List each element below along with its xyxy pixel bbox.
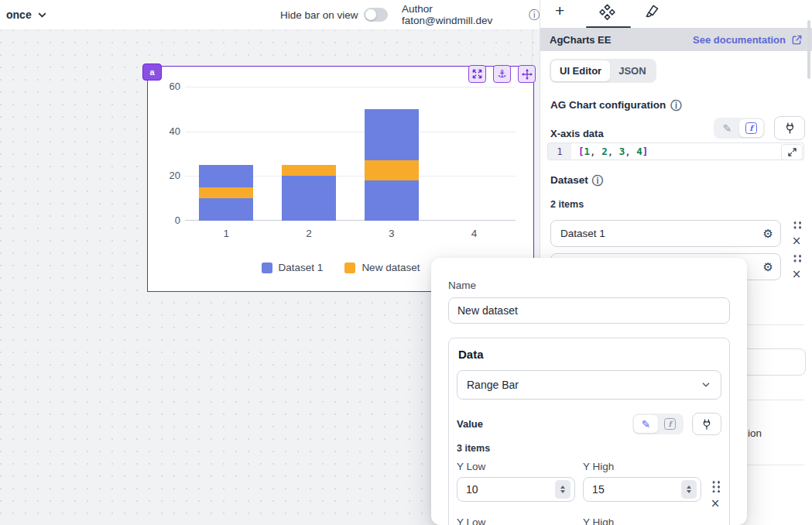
xaxis-input-kind-switch: ✎ f <box>714 116 805 140</box>
pencil-icon[interactable]: ✎ <box>715 119 739 137</box>
y-high-input[interactable]: 15 <box>583 477 701 502</box>
run-mode-dropdown[interactable]: once <box>6 0 47 29</box>
tab-component-settings[interactable] <box>599 4 615 20</box>
bar-range <box>199 187 253 198</box>
expand-editor-icon <box>788 148 797 156</box>
code-token: [ <box>578 146 584 157</box>
chevron-down-icon <box>37 10 47 20</box>
dataset-type-value: Range Bar <box>467 379 519 391</box>
dataset-row: Dataset 1⚙× <box>550 220 803 247</box>
info-icon: ⓘ <box>592 175 603 186</box>
y-low-value: 10 <box>466 483 478 496</box>
value-header-row: Value ✎ f <box>457 413 721 435</box>
hidden-label-fragment: ion <box>748 427 762 439</box>
dataset-name: Dataset 1 <box>560 228 605 239</box>
drag-handle-icon[interactable] <box>792 220 802 230</box>
name-label: Name <box>448 280 730 291</box>
drag-handle-icon[interactable] <box>711 479 721 492</box>
chevron-down-icon <box>701 379 711 390</box>
components-icon <box>599 4 615 20</box>
documentation-link[interactable]: See documentation <box>693 34 803 46</box>
y-low-label: Y Low <box>457 461 575 472</box>
plus-icon: + <box>555 2 564 20</box>
run-mode-label: once <box>6 9 32 21</box>
panel-scrollbar[interactable] <box>807 20 810 79</box>
y-low-input[interactable]: 10 <box>457 477 575 502</box>
connect-input-button[interactable] <box>774 116 805 140</box>
config-title-label: AG Chart configuration <box>550 99 666 111</box>
anchor-button[interactable]: ⚓ <box>493 65 511 83</box>
tab-json[interactable]: JSON <box>610 60 654 81</box>
panel-tabs: + <box>540 0 812 28</box>
function-mode-button[interactable]: f <box>739 119 763 137</box>
legend-label: Dataset 1 <box>279 262 324 273</box>
y-high-label: Y High <box>583 516 701 525</box>
expand-button[interactable] <box>468 65 486 83</box>
value-label: Value <box>457 418 483 430</box>
number-stepper[interactable] <box>555 480 570 499</box>
expand-editor-button[interactable] <box>781 144 803 160</box>
documentation-link-label: See documentation <box>693 34 786 46</box>
dataset-label-text: Dataset <box>550 174 588 186</box>
drag-handle-icon[interactable] <box>792 253 802 263</box>
xaxis-data-label: X-axis data <box>550 128 604 139</box>
toggle-knob <box>365 9 376 20</box>
legend-swatch <box>262 262 272 273</box>
chart-plot-area <box>185 87 516 221</box>
value-items-list: Y Low10Y High15×Y LowY High× <box>457 461 721 525</box>
bar-range <box>365 160 419 180</box>
legend-item[interactable]: New dataset <box>344 262 420 273</box>
component-controls: ⚓ <box>468 65 536 83</box>
value-row: Y LowY High× <box>457 516 721 525</box>
move-button[interactable] <box>518 65 536 83</box>
info-icon: ⓘ <box>529 9 540 20</box>
top-toolbar: once Hide bar on view Author faton@windm… <box>0 0 540 30</box>
code-token: , <box>608 146 619 157</box>
remove-icon[interactable]: × <box>711 498 721 510</box>
y-axis-tick: 0 <box>157 214 180 226</box>
dataset-type-select[interactable]: Range Bar <box>457 370 721 400</box>
panel-title: AgCharts EE <box>550 34 611 46</box>
hide-bar-toggle-group: Hide bar on view <box>280 0 388 29</box>
dataset-name-input[interactable] <box>448 297 730 324</box>
gear-icon[interactable]: ⚙ <box>763 260 773 274</box>
remove-icon[interactable]: × <box>792 269 802 280</box>
author-group: Author faton@windmill.dev ⓘ <box>402 0 540 29</box>
brush-icon <box>643 4 660 20</box>
config-section-title: AG Chart configuration ⓘ <box>550 99 681 111</box>
panel-header: AgCharts EE See documentation <box>540 28 812 51</box>
hide-bar-toggle[interactable] <box>364 8 388 22</box>
function-mode-button[interactable]: f <box>658 415 682 433</box>
tab-ui-editor[interactable]: UI Editor <box>551 60 610 81</box>
y-high-label: Y High <box>583 461 701 472</box>
code-token: ] <box>642 146 649 157</box>
gridline <box>185 87 516 88</box>
remove-icon[interactable]: × <box>792 235 802 247</box>
legend-item[interactable]: Dataset 1 <box>262 262 324 273</box>
function-icon: f <box>745 122 757 134</box>
dataset-section-label: Dataset ⓘ <box>550 174 603 186</box>
connect-input-button[interactable] <box>692 413 721 435</box>
gridline <box>185 132 516 132</box>
info-icon: ⓘ <box>670 100 681 111</box>
x-axis-tick: 3 <box>376 228 407 239</box>
code-token: , <box>625 146 636 157</box>
tab-styling[interactable] <box>643 4 660 20</box>
y-axis-tick: 60 <box>157 81 180 92</box>
dataset-settings-popover: Name Data Range Bar Value ✎ f <box>431 258 747 525</box>
component-id-badge[interactable]: a <box>142 63 162 81</box>
expand-icon <box>472 69 482 79</box>
number-stepper[interactable] <box>681 480 697 499</box>
legend-label: New dataset <box>361 262 420 273</box>
xaxis-code-editor[interactable]: 1 [1, 2, 3, 4] <box>547 142 804 160</box>
code-token: 1 <box>584 146 591 157</box>
function-icon: f <box>664 418 676 430</box>
tab-insert-component[interactable]: + <box>555 2 564 20</box>
x-axis-tick: 1 <box>211 228 242 239</box>
pencil-mode-button[interactable]: ✎ <box>634 415 658 433</box>
x-axis-tick: 2 <box>293 228 324 239</box>
gear-icon[interactable]: ⚙ <box>763 227 773 241</box>
dataset-name-field[interactable]: Dataset 1⚙ <box>550 220 781 247</box>
app-editor-screen: once Hide bar on view Author faton@windm… <box>0 0 812 525</box>
external-link-icon <box>791 34 803 46</box>
